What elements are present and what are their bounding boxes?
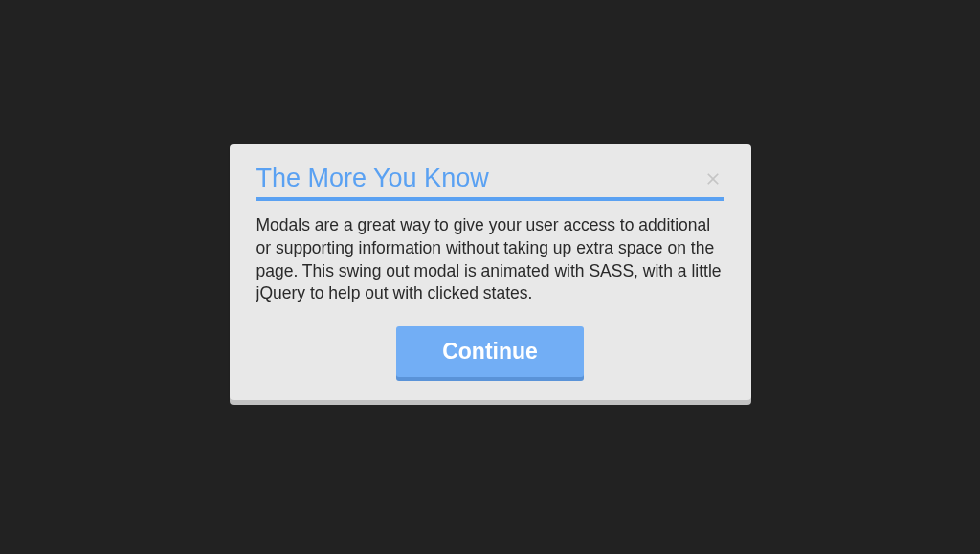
modal-footer: Continue [256,326,724,377]
modal-body-text: Modals are a great way to give your user… [256,214,724,305]
modal-title: The More You Know [256,164,489,193]
modal-header: The More You Know [256,164,724,201]
close-icon [703,169,723,188]
close-button[interactable] [702,169,724,188]
continue-button[interactable]: Continue [396,326,584,377]
modal-dialog: The More You Know Modals are a great way… [230,144,751,400]
